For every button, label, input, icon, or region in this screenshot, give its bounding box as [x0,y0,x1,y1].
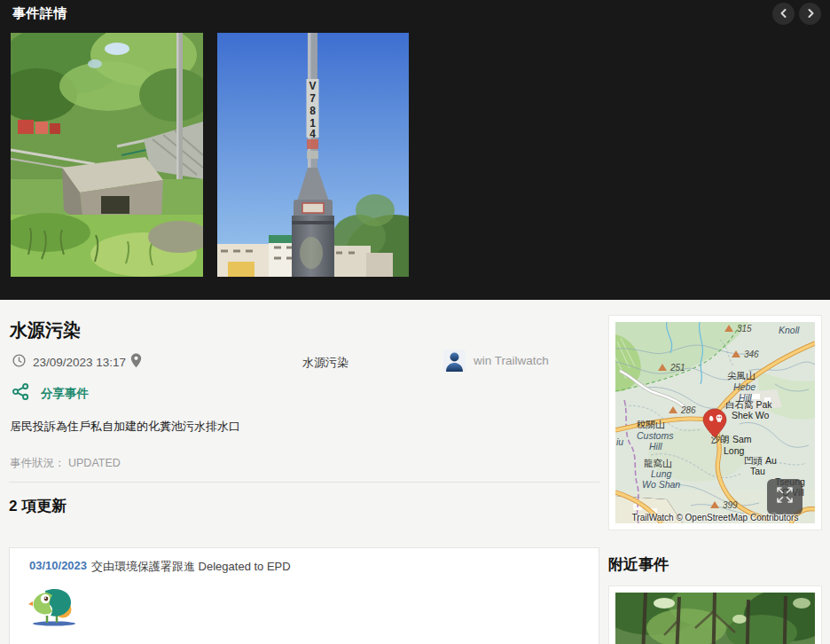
svg-text:V: V [309,80,316,92]
svg-text:4: 4 [309,128,316,140]
map-place-label: 稅關山 [637,419,665,429]
clock-icon [12,354,26,370]
incident-datetime-text: 23/09/2023 13:17 [33,356,126,369]
map-elevation: 346 [744,349,759,359]
avatar [443,349,466,372]
incident-title: 水源污染 [10,318,81,342]
reporter: win Trailwatch [443,349,549,372]
chevron-left-icon [779,8,789,19]
svg-text:7: 7 [309,92,316,105]
map-place-label: iu [616,436,623,447]
map-place-label: Lung [651,468,672,479]
map-elevation: 399 [723,500,738,510]
update-text: 交由環境保護署跟進 Delegated to EPD [91,559,291,575]
map-card: 315 346 251 286 399 Knoll 尖風山 Hebe Hill … [608,315,822,530]
incident-photo-2[interactable]: V 7 8 1 4 [217,33,409,277]
map-place-label: Hebe [733,381,756,392]
status-line: 事件狀況： UPDATED [10,456,121,471]
divider [9,482,599,483]
location-pin-icon[interactable] [130,353,142,372]
next-photo-button[interactable] [799,3,821,25]
map-attribution[interactable]: TrailWatch © OpenStreetMap Contributors [615,513,815,522]
photo-strip-section: 事件詳情 [0,0,830,300]
map-elevation: 251 [669,363,685,373]
share-button[interactable]: 分享事件 [12,383,89,404]
epd-bird-logo-icon [27,584,79,632]
chevron-right-icon [805,8,816,19]
nearby-incident-photo[interactable] [615,593,815,644]
nearby-incident-card[interactable] [608,585,822,644]
map-place-label: Hill [649,441,662,452]
hero-header: 事件詳情 [0,0,830,27]
prev-photo-button[interactable] [772,3,795,25]
map-place-label: Tau [750,466,765,476]
incident-photo-1[interactable] [11,33,203,277]
reporter-name: win Trailwatch [474,354,549,367]
map-place-label: Long [724,445,745,456]
map-place-label: Shek Wo [732,410,770,420]
updates-heading: 2 項更新 [9,496,67,516]
map-place-label: Wo Shan [642,479,680,490]
main-section: 水源污染 23/09/2023 13:17 水源污染 win Trailwatc… [0,300,830,644]
status-badge: UPDATED [68,457,121,469]
fullscreen-button[interactable] [767,479,803,514]
map-place-label: 尖風山 [727,370,756,381]
map-place-label: 凹頭 Au [744,455,777,466]
map-elevation: 286 [680,405,696,415]
update-card[interactable]: 03/10/2023 交由環境保護署跟進 Delegated to EPD [9,547,599,644]
status-label: 事件狀況： [10,457,66,469]
nearby-heading: 附近事件 [608,554,669,575]
map-place-label: Customs [637,430,674,441]
incident-category: 水源污染 [302,355,348,371]
expand-arrows-icon [775,485,795,508]
svg-text:8: 8 [309,105,316,117]
map-place-label: 龍窩山 [644,458,672,468]
map-place-label: Knoll [779,325,800,335]
incident-datetime: 23/09/2023 13:17 [12,354,126,370]
update-date: 03/10/2023 [29,559,87,572]
share-icon [12,383,29,404]
share-label: 分享事件 [41,386,89,402]
map-place-label: 白石窩 Pak [725,399,772,410]
map[interactable]: 315 346 251 286 399 Knoll 尖風山 Hebe Hill … [615,322,815,523]
page-title: 事件詳情 [12,5,67,22]
incident-description: 居民投訴為住戶私自加建的化糞池污水排水口 [10,419,586,435]
map-elevation: 315 [737,324,752,334]
